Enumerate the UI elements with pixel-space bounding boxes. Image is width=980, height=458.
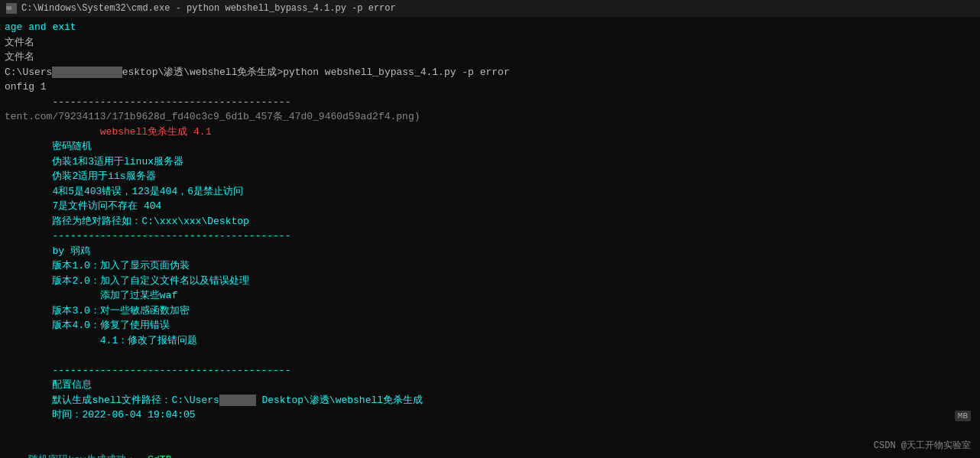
line-14: 路径为绝对路径如：C:\xxx\xxx\Desktop <box>5 214 975 229</box>
line-28 <box>5 423 975 438</box>
line-23 <box>5 348 975 363</box>
line-9: 密码随机 <box>5 139 975 154</box>
line-6: ---------------------------------------- <box>5 95 975 110</box>
line-4: C:\Users esktop\渗透\webshell免杀生成>python w… <box>5 65 975 80</box>
line-3: 文件名 <box>5 50 975 65</box>
line-11: 伪装2适用于iis服务器 <box>5 169 975 184</box>
line-25: 配置信息 <box>5 378 975 393</box>
line-20: 版本3.0：对一些敏感函数加密 <box>5 304 975 319</box>
line-22: 4.1：修改了报错问题 <box>5 333 975 349</box>
line-1: age and exit <box>5 20 975 35</box>
line-7: tent.com/79234113/171b9628d_fd40c3c9_6d1… <box>5 109 975 125</box>
title-bar: ⌨ C:\Windows\System32\cmd.exe - python w… <box>0 0 980 17</box>
line-10: 伪装1和3适用于linux服务器 <box>5 154 975 170</box>
watermark: CSDN @天工开物实验室 <box>874 439 971 452</box>
line-12: 4和5是403错误，123是404，6是禁止访问 <box>5 184 975 200</box>
line-26: 默认生成shell文件路径：C:\Users Desktop\渗透\webshe… <box>5 393 975 408</box>
line-text: 文件名 <box>5 37 34 48</box>
line-text: ---------------------------------------- <box>5 96 290 108</box>
line-text: webshell免杀生成 4.1 <box>5 126 211 138</box>
line-18: 版本2.0：加入了自定义文件名以及错误处理 <box>5 274 975 289</box>
line-8: webshell免杀生成 4.1 <box>5 125 975 140</box>
line-16: by 弱鸡 <box>5 244 975 259</box>
line-5: onfig 1 <box>5 80 975 95</box>
line-text: onfig 1 <box>5 81 47 93</box>
line-text: 文件名 <box>5 51 34 63</box>
line-random-key: 随机密码key生成成功： SdTB <box>5 437 975 458</box>
mb-badge: MB <box>955 411 971 421</box>
line-21: 版本4.0：修复了使用错误 <box>5 318 975 333</box>
random-key-label: 随机密码key生成成功： <box>28 454 148 459</box>
line-27: 时间：2022-06-04 19:04:05 <box>5 408 975 423</box>
random-key-value: SdTB <box>148 454 171 459</box>
terminal: age and exit 文件名 文件名 C:\Users esktop\渗透\… <box>0 17 980 458</box>
cmd-icon: ⌨ <box>6 3 17 14</box>
line-2: 文件名 <box>5 35 975 50</box>
line-text: age and exit <box>5 21 76 33</box>
line-13: 7是文件访问不存在 404 <box>5 199 975 214</box>
line-text: tent.com/79234113/171b9628d_fd40c3c9_6d1… <box>5 111 420 122</box>
line-text: C:\Users esktop\渗透\webshell免杀生成>python w… <box>5 67 510 78</box>
line-15: ---------------------------------------- <box>5 229 975 244</box>
line-17: 版本1.0：加入了显示页面伪装 <box>5 258 975 274</box>
line-19: 添加了过某些waf <box>5 288 975 304</box>
line-24: ---------------------------------------- <box>5 363 975 378</box>
title-text: C:\Windows\System32\cmd.exe - python web… <box>21 3 396 14</box>
